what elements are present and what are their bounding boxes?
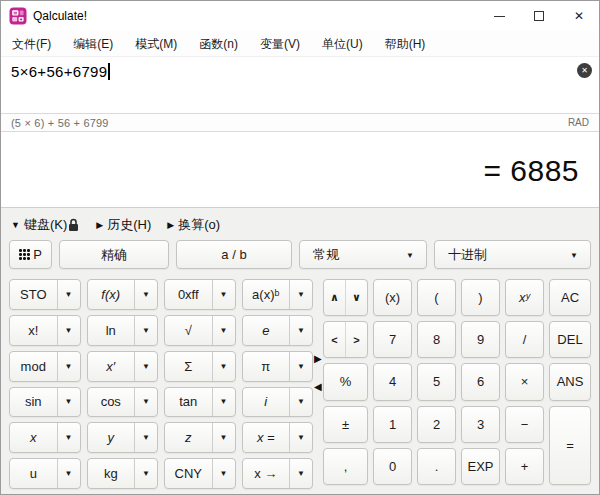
history-toggle[interactable]: ▶ 历史(H)	[96, 216, 151, 234]
key-pi[interactable]: π▼	[242, 351, 314, 382]
key-paren-open[interactable]: (	[417, 279, 456, 316]
key-pi-menu-arrow[interactable]: ▼	[289, 352, 312, 381]
key-convert-to-menu-arrow[interactable]: ▼	[289, 459, 312, 488]
key-factorial-menu-arrow[interactable]: ▼	[57, 316, 80, 345]
panel-expand-right-arrow[interactable]: ▶	[314, 354, 322, 364]
key-multiply[interactable]: ×	[505, 363, 544, 400]
exact-mode-button[interactable]: 精确	[59, 240, 169, 269]
key-exp-base[interactable]: a(x)ᵇ▼	[242, 279, 314, 310]
key-derivative[interactable]: x′▼	[87, 351, 159, 382]
key-unit-u-face[interactable]: u	[10, 459, 57, 488]
key-unit-u-menu-arrow[interactable]: ▼	[57, 459, 80, 488]
key-function-face[interactable]: f(x)	[88, 280, 135, 309]
key-ln[interactable]: ln▼	[87, 315, 159, 346]
convert-toggle[interactable]: ▶ 换算(o)	[167, 216, 220, 234]
key-e-face[interactable]: e	[243, 316, 290, 345]
key-derivative-face[interactable]: x′	[88, 352, 135, 381]
key-var-y-face[interactable]: y	[88, 423, 135, 452]
key-digit-6[interactable]: 6	[461, 363, 500, 400]
key-minus[interactable]: −	[505, 406, 544, 443]
minimize-button[interactable]	[479, 1, 519, 31]
key-tan-face[interactable]: tan	[165, 388, 212, 417]
key-ac[interactable]: AC	[549, 279, 591, 316]
key-factorial-face[interactable]: x!	[10, 316, 57, 345]
key-exp-base-menu-arrow[interactable]: ▼	[289, 280, 312, 309]
key-digit-2[interactable]: 2	[417, 406, 456, 443]
key-power[interactable]: xʸ	[505, 279, 544, 316]
key-solve-menu-arrow[interactable]: ▼	[289, 423, 312, 452]
key-ln-menu-arrow[interactable]: ▼	[134, 316, 157, 345]
key-paren-close[interactable]: )	[461, 279, 500, 316]
number-format-dropdown[interactable]: 常规 ▼	[299, 240, 427, 269]
key-unit-kg-face[interactable]: kg	[88, 459, 135, 488]
key-e[interactable]: e▼	[242, 315, 314, 346]
key-unit-kg[interactable]: kg▼	[87, 458, 159, 489]
key-digit-8[interactable]: 8	[417, 321, 456, 358]
key-sum[interactable]: Σ▼	[164, 351, 236, 382]
key-mod-menu-arrow[interactable]: ▼	[57, 352, 80, 381]
key-e-menu-arrow[interactable]: ▼	[289, 316, 312, 345]
key-sqrt-face[interactable]: √	[165, 316, 212, 345]
key-unit-u[interactable]: u▼	[9, 458, 81, 489]
menu-edit[interactable]: 编辑(E)	[62, 31, 124, 57]
keep-above-lock-icon[interactable]	[67, 218, 80, 232]
key-hex[interactable]: 0xff▼	[164, 279, 236, 310]
expression-input[interactable]: 5×6+56+6799 ✕	[2, 57, 600, 113]
key-parenthesize[interactable]: (x)	[373, 279, 412, 316]
key-exp[interactable]: EXP	[461, 448, 500, 485]
key-var-y[interactable]: y▼	[87, 422, 159, 453]
key-sum-menu-arrow[interactable]: ▼	[212, 352, 235, 381]
menu-units[interactable]: 单位(U)	[311, 31, 374, 57]
key-sto-face[interactable]: STO	[10, 280, 57, 309]
key-plus[interactable]: +	[505, 448, 544, 485]
key-delete[interactable]: DEL	[549, 321, 591, 358]
key-var-x[interactable]: x▼	[9, 422, 81, 453]
panel-expand-left-arrow[interactable]: ◀	[314, 382, 322, 392]
key-digit-9[interactable]: 9	[461, 321, 500, 358]
key-mod-face[interactable]: mod	[10, 352, 57, 381]
key-pi-face[interactable]: π	[243, 352, 290, 381]
key-convert-to[interactable]: x →▼	[242, 458, 314, 489]
angle-mode-indicator[interactable]: RAD	[568, 117, 599, 128]
clear-input-button[interactable]: ✕	[577, 63, 592, 78]
key-digit-1[interactable]: 1	[373, 406, 412, 443]
key-solve-face[interactable]: x =	[243, 423, 290, 452]
keyboard-toggle[interactable]: ▼ 键盘(K)	[11, 216, 80, 234]
key-digit-7[interactable]: 7	[373, 321, 412, 358]
nav-right-button[interactable]: >	[345, 322, 367, 357]
key-digit-4[interactable]: 4	[373, 363, 412, 400]
menu-file[interactable]: 文件(F)	[1, 31, 62, 57]
key-imaginary-menu-arrow[interactable]: ▼	[289, 388, 312, 417]
key-tan[interactable]: tan▼	[164, 387, 236, 418]
key-function-menu-arrow[interactable]: ▼	[134, 280, 157, 309]
key-tan-menu-arrow[interactable]: ▼	[212, 388, 235, 417]
number-base-dropdown[interactable]: 十进制 ▼	[434, 240, 591, 269]
key-var-x-face[interactable]: x	[10, 423, 57, 452]
close-button[interactable]: ✕	[559, 1, 599, 31]
key-currency-cny[interactable]: CNY▼	[164, 458, 236, 489]
key-cos-menu-arrow[interactable]: ▼	[134, 388, 157, 417]
menu-functions[interactable]: 函数(n)	[188, 31, 249, 57]
key-percent[interactable]: %	[323, 363, 368, 400]
key-convert-to-face[interactable]: x →	[243, 459, 290, 488]
key-sin[interactable]: sin▼	[9, 387, 81, 418]
key-solve[interactable]: x =▼	[242, 422, 314, 453]
key-hex-face[interactable]: 0xff	[165, 280, 212, 309]
programming-keypad-button[interactable]: P	[9, 240, 52, 269]
nav-left-button[interactable]: <	[324, 322, 345, 357]
key-digit-3[interactable]: 3	[461, 406, 500, 443]
key-exp-base-face[interactable]: a(x)ᵇ	[243, 280, 290, 309]
menu-variables[interactable]: 变量(V)	[249, 31, 311, 57]
key-sin-menu-arrow[interactable]: ▼	[57, 388, 80, 417]
key-var-x-menu-arrow[interactable]: ▼	[57, 423, 80, 452]
key-currency-cny-menu-arrow[interactable]: ▼	[212, 459, 235, 488]
key-mod[interactable]: mod▼	[9, 351, 81, 382]
key-sin-face[interactable]: sin	[10, 388, 57, 417]
key-function[interactable]: f(x)▼	[87, 279, 159, 310]
key-ln-face[interactable]: ln	[88, 316, 135, 345]
key-var-z-menu-arrow[interactable]: ▼	[212, 423, 235, 452]
key-sum-face[interactable]: Σ	[165, 352, 212, 381]
key-derivative-menu-arrow[interactable]: ▼	[134, 352, 157, 381]
key-factorial[interactable]: x!▼	[9, 315, 81, 346]
key-imaginary[interactable]: i▼	[242, 387, 314, 418]
